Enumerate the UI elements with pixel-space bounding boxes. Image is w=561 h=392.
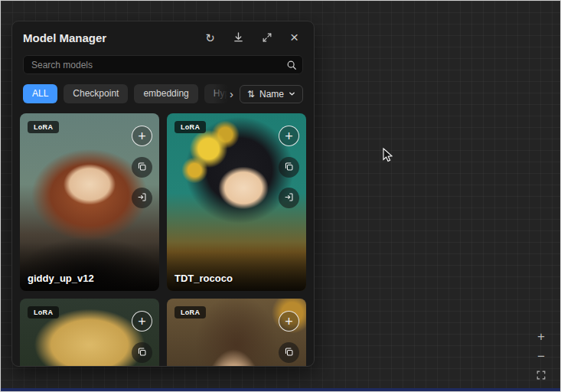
model-manager-panel: Model Manager ↻ × (11, 21, 315, 367)
chevron-down-icon (289, 89, 295, 100)
zoom-in-icon: + (537, 330, 545, 343)
copy-icon (284, 347, 294, 359)
node-editor-canvas[interactable]: Model Manager ↻ × (0, 0, 561, 392)
chevron-right-icon: › (230, 87, 233, 100)
refresh-icon: ↻ (205, 32, 215, 44)
sort-dropdown-label: Name (259, 89, 284, 100)
filter-scroll-right-button[interactable]: › (230, 87, 233, 100)
model-card-tdt-rococo[interactable]: LoRA + TDT_rococo (167, 113, 306, 291)
mouse-cursor (383, 148, 393, 165)
plus-icon: + (285, 129, 293, 143)
model-type-badge: LoRA (174, 306, 206, 318)
search-icon (286, 60, 297, 70)
copy-model-button[interactable] (132, 157, 152, 178)
copy-model-button[interactable] (132, 342, 152, 363)
download-button[interactable] (233, 31, 244, 44)
add-model-button[interactable]: + (132, 126, 152, 146)
load-model-button[interactable] (132, 188, 152, 208)
search-input[interactable] (23, 55, 303, 74)
filter-tab-hypernetwork[interactable]: Hype (204, 84, 227, 103)
zoom-out-icon: − (537, 350, 545, 363)
add-model-button[interactable]: + (279, 126, 299, 146)
model-name: giddy_up_v12 (28, 273, 94, 284)
fit-view-icon (536, 370, 546, 383)
filter-tab-checkpoint[interactable]: Checkpoint (64, 84, 128, 103)
copy-icon (284, 162, 294, 174)
panel-header-actions: ↻ × (205, 31, 298, 44)
copy-model-button[interactable] (279, 157, 299, 178)
plus-icon: + (138, 315, 146, 328)
search-bar (23, 55, 303, 74)
close-button[interactable]: × (290, 30, 298, 44)
load-model-button[interactable] (279, 188, 299, 208)
zoom-out-button[interactable]: − (534, 349, 548, 363)
sort-dropdown[interactable]: ⇅ Name (240, 85, 303, 103)
copy-icon (137, 347, 147, 359)
add-model-button[interactable]: + (132, 311, 152, 332)
sort-arrows-icon: ⇅ (247, 89, 255, 100)
model-card-4[interactable]: LoRA + (167, 299, 306, 367)
panel-title: Model Manager (23, 31, 106, 44)
download-icon (233, 31, 244, 44)
copy-model-button[interactable] (279, 342, 299, 363)
canvas-controls: + − (534, 329, 548, 392)
model-type-badge: LoRA (174, 121, 206, 133)
fit-view-button[interactable] (534, 369, 548, 383)
refresh-button[interactable]: ↻ (205, 32, 215, 44)
import-icon (284, 192, 294, 204)
model-type-badge: LoRA (28, 306, 59, 318)
close-icon: × (290, 30, 298, 44)
model-name: TDT_rococo (174, 273, 233, 284)
model-type-badge: LoRA (28, 121, 59, 133)
panel-header: Model Manager ↻ × (12, 21, 314, 52)
filter-row: ALL Checkpoint embedding Hype › ⇅ Name (23, 84, 303, 103)
expand-icon (262, 32, 272, 44)
add-model-button[interactable]: + (279, 311, 299, 332)
model-card-giddy-up-v12[interactable]: LoRA + giddy_up_v12 (20, 113, 159, 291)
model-card-3[interactable]: LoRA + (20, 299, 159, 367)
filter-tab-all[interactable]: ALL (23, 84, 57, 103)
window-edge-strip (1, 388, 560, 391)
plus-icon: + (285, 315, 293, 328)
import-icon (137, 192, 147, 204)
zoom-in-button[interactable]: + (534, 329, 548, 343)
plus-icon: + (138, 129, 146, 143)
copy-icon (137, 162, 147, 174)
model-card-grid: LoRA + giddy_up_v12 LoRA + (20, 113, 306, 367)
filter-tab-embedding[interactable]: embedding (134, 84, 197, 103)
expand-button[interactable] (262, 32, 272, 44)
